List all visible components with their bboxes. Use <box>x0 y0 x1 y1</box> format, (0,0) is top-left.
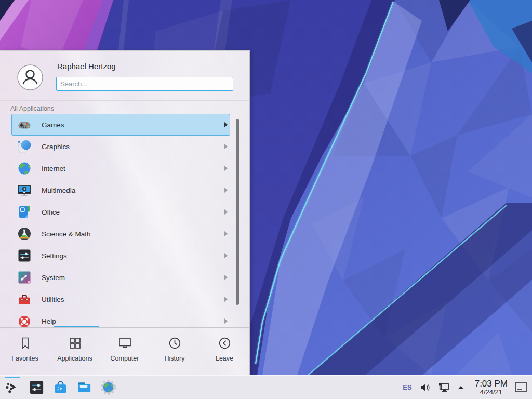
computer-icon <box>118 336 132 350</box>
category-label: Games <box>42 121 224 129</box>
utilities-icon <box>17 292 32 307</box>
category-row-help[interactable]: Help <box>11 310 230 327</box>
clock-date: 4/24/21 <box>475 389 508 396</box>
settings-icon <box>17 248 32 263</box>
globe-gear-icon <box>100 379 116 395</box>
header-separator <box>0 100 249 101</box>
tab-applications[interactable]: Applications <box>50 328 100 376</box>
submenu-arrow-icon <box>224 318 228 324</box>
submenu-arrow-icon <box>224 188 228 193</box>
tab-favorites[interactable]: Favorites <box>0 328 50 376</box>
tab-history[interactable]: History <box>150 328 200 376</box>
tab-computer[interactable]: Computer <box>100 328 150 376</box>
show-desktop-button[interactable] <box>514 380 528 394</box>
clock-time: 7:03 PM <box>475 379 508 389</box>
multimedia-icon <box>17 183 32 197</box>
expand-tray-icon[interactable] <box>457 383 465 392</box>
category-label: Office <box>42 208 224 216</box>
graphics-icon <box>17 139 32 154</box>
discover-icon <box>52 379 69 395</box>
kde-launcher-icon <box>5 379 21 395</box>
taskbar-launchers <box>0 376 122 399</box>
taskbar-application-launcher[interactable] <box>2 376 23 399</box>
network-icon[interactable] <box>437 381 450 394</box>
tab-bar: Favorites Applications Computer History … <box>0 328 249 376</box>
category-row-graphics[interactable]: Graphics <box>11 136 230 157</box>
games-icon <box>17 117 32 132</box>
search-input[interactable] <box>56 77 233 91</box>
category-label: Settings <box>42 252 224 260</box>
submenu-arrow-icon <box>224 297 228 302</box>
history-icon <box>168 336 182 350</box>
category-label: Graphics <box>42 143 224 151</box>
tab-label: Applications <box>57 355 92 362</box>
taskbar: ES 7:03 PM 4/24/21 <box>0 375 532 399</box>
active-task-indicator <box>5 377 20 378</box>
taskbar-web-browser[interactable] <box>98 376 118 399</box>
category-row-settings[interactable]: Settings <box>11 245 230 267</box>
keyboard-layout-indicator[interactable]: ES <box>403 383 411 391</box>
dolphin-icon <box>76 379 92 395</box>
submenu-arrow-icon <box>224 209 228 215</box>
volume-icon[interactable] <box>419 382 431 393</box>
user-name: Raphael Hertzog <box>57 62 116 71</box>
taskbar-discover[interactable] <box>50 376 71 399</box>
tab-label: Leave <box>216 355 233 362</box>
application-launcher-menu: Raphael Hertzog All Applications Games G… <box>0 50 250 375</box>
category-label: Science & Math <box>42 230 224 238</box>
applications-icon <box>68 336 82 350</box>
submenu-arrow-icon <box>224 275 228 280</box>
submenu-arrow-icon <box>224 122 228 127</box>
active-tab-indicator <box>54 326 99 327</box>
submenu-arrow-icon <box>224 231 228 236</box>
favorites-icon <box>18 336 32 350</box>
tab-label: Computer <box>111 355 139 362</box>
system-tray: ES 7:03 PM 4/24/21 <box>403 376 532 399</box>
clock[interactable]: 7:03 PM 4/24/21 <box>475 379 508 396</box>
internet-icon <box>17 161 32 176</box>
category-label: Utilities <box>42 296 224 303</box>
leave-icon <box>218 336 232 350</box>
system-settings-icon <box>29 379 45 395</box>
category-label: System <box>42 274 224 282</box>
category-row-office[interactable]: Office <box>11 201 230 223</box>
submenu-arrow-icon <box>224 166 228 171</box>
help-icon <box>17 314 32 327</box>
category-row-system[interactable]: System <box>11 267 230 288</box>
category-row-science-math[interactable]: Science & Math <box>11 223 230 245</box>
category-row-internet[interactable]: Internet <box>11 157 230 179</box>
user-avatar-icon[interactable] <box>17 64 43 90</box>
system-icon <box>17 270 32 285</box>
category-row-multimedia[interactable]: Multimedia <box>11 179 230 201</box>
tab-label: History <box>165 355 185 362</box>
office-icon <box>17 205 32 219</box>
science-icon <box>17 227 32 241</box>
section-label: All Applications <box>10 105 54 112</box>
submenu-arrow-icon <box>224 144 228 149</box>
menu-header: Raphael Hertzog <box>0 51 249 100</box>
category-row-utilities[interactable]: Utilities <box>11 288 230 310</box>
category-row-games[interactable]: Games <box>11 114 230 136</box>
category-list: Games Graphics Internet Multimedia Offic… <box>0 114 249 327</box>
category-label: Multimedia <box>42 187 224 194</box>
tab-leave[interactable]: Leave <box>200 328 249 376</box>
category-label: Help <box>42 317 224 325</box>
taskbar-file-manager[interactable] <box>74 376 95 399</box>
list-scrollbar[interactable] <box>236 119 239 305</box>
submenu-arrow-icon <box>224 253 228 258</box>
category-label: Internet <box>42 165 224 172</box>
tab-label: Favorites <box>11 355 38 362</box>
taskbar-system-settings[interactable] <box>26 376 47 399</box>
